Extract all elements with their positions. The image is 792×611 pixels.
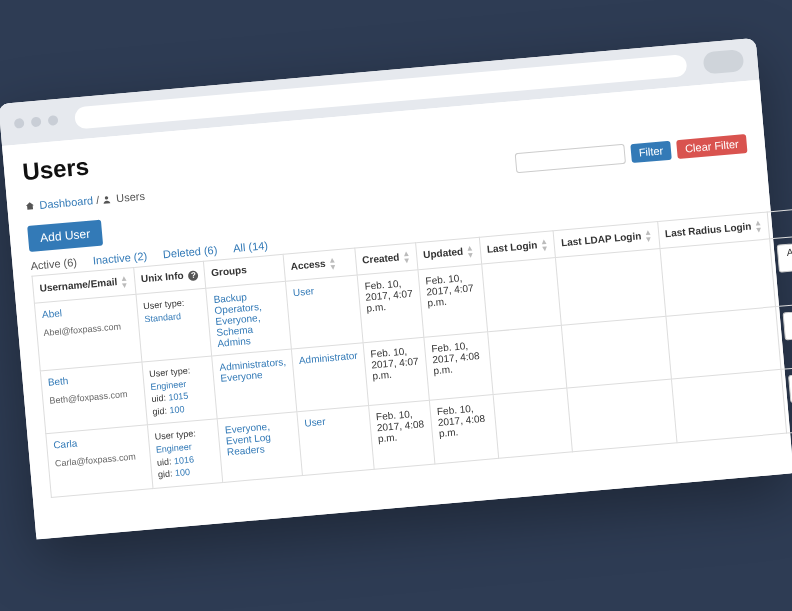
tab-all[interactable]: All (14): [233, 239, 269, 254]
window-dot-3: [48, 114, 59, 125]
browser-window: Users Dashboard / Users Filter Clear Fil…: [0, 37, 792, 538]
sort-icon: [644, 228, 653, 243]
groups-link[interactable]: Administrators, Everyone: [219, 356, 286, 384]
cell-username: AbelAbel@foxpass.com: [34, 294, 141, 371]
cell-access: Administrator: [291, 342, 368, 411]
user-email: Abel@foxpass.com: [43, 320, 132, 338]
actions-button[interactable]: Actions: [777, 240, 792, 272]
sort-icon: [402, 249, 411, 264]
cell-last-ldap: [562, 316, 671, 388]
cell-last-radius: [671, 369, 787, 442]
unix-type-link[interactable]: Engineer: [155, 441, 192, 454]
window-dot-2: [31, 116, 42, 127]
access-link[interactable]: Administrator: [298, 349, 358, 365]
help-icon[interactable]: ?: [188, 270, 199, 281]
window-dot-1: [14, 117, 25, 128]
tab-inactive[interactable]: Inactive (2): [92, 249, 147, 266]
cell-access: User: [285, 274, 363, 348]
unix-type-link[interactable]: Engineer: [150, 378, 187, 391]
sort-icon: [754, 219, 763, 234]
tab-deleted[interactable]: Deleted (6): [163, 243, 218, 260]
gid-link[interactable]: 100: [169, 403, 185, 414]
sort-icon: [120, 274, 129, 289]
breadcrumb-users: Users: [116, 189, 146, 203]
user-link[interactable]: Beth: [47, 369, 136, 388]
tab-active[interactable]: Active (6): [30, 255, 77, 271]
cell-groups: Backup Operators, Everyone, Schema Admin…: [206, 281, 291, 356]
actions-button[interactable]: Actions: [788, 371, 792, 403]
cell-groups: Everyone, Event Log Readers: [218, 412, 303, 482]
cell-unix: User type: Standard: [136, 288, 212, 362]
access-link[interactable]: User: [292, 285, 314, 298]
cell-username: CarlaCarla@foxpass.com: [46, 425, 153, 497]
cell-last-radius: [666, 306, 782, 379]
unix-type-link[interactable]: Standard: [144, 310, 181, 323]
cell-updated: Feb. 10, 2017, 4:07 p.m.: [418, 264, 488, 337]
gid-link[interactable]: 100: [175, 466, 191, 477]
sort-icon: [328, 256, 337, 271]
user-link[interactable]: Abel: [41, 301, 130, 320]
cell-updated: Feb. 10, 2017, 4:08 p.m.: [424, 331, 493, 400]
cell-last-ldap: [556, 248, 666, 325]
user-email: Beth@foxpass.com: [49, 388, 138, 406]
cell-username: BethBeth@foxpass.com: [40, 362, 147, 434]
cell-access: User: [297, 405, 374, 474]
uid-link[interactable]: 1016: [173, 454, 194, 466]
user-icon: [102, 194, 112, 204]
home-icon: [25, 201, 35, 211]
browser-action-button[interactable]: [703, 49, 745, 74]
svg-point-0: [105, 196, 109, 200]
breadcrumb: Dashboard / Users: [25, 189, 145, 211]
uid-link[interactable]: 1015: [168, 390, 189, 402]
cell-last-login: [493, 388, 573, 458]
cell-last-login: [488, 325, 568, 395]
groups-link[interactable]: Backup Operators, Everyone, Schema Admin…: [213, 291, 262, 349]
user-email: Carla@foxpass.com: [55, 451, 144, 469]
cell-updated: Feb. 10, 2017, 4:08 p.m.: [429, 394, 498, 463]
cell-created: Feb. 10, 2017, 4:07 p.m.: [357, 269, 424, 342]
sort-icon: [466, 244, 475, 259]
page-content: Users Dashboard / Users Filter Clear Fil…: [2, 79, 792, 538]
cell-unix: User type: Engineeruid: 1015gid: 100: [142, 355, 218, 424]
col-actions: [768, 206, 792, 238]
cell-unix: User type: Engineeruid: 1016gid: 100: [147, 419, 223, 488]
clear-filter-button[interactable]: Clear Filter: [676, 133, 747, 158]
cell-last-ldap: [567, 379, 676, 451]
sort-icon: [540, 237, 549, 252]
groups-link[interactable]: Everyone, Event Log Readers: [225, 421, 272, 458]
filter-button[interactable]: Filter: [630, 140, 672, 162]
filter-input[interactable]: [514, 143, 625, 173]
actions-button[interactable]: Actions: [783, 308, 792, 340]
access-link[interactable]: User: [304, 416, 326, 429]
add-user-button[interactable]: Add User: [27, 219, 103, 251]
user-link[interactable]: Carla: [53, 432, 142, 451]
cell-created: Feb. 10, 2017, 4:07 p.m.: [363, 337, 429, 405]
cell-last-radius: [660, 238, 776, 315]
breadcrumb-dashboard[interactable]: Dashboard: [39, 194, 94, 211]
cell-last-login: [482, 257, 562, 331]
cell-groups: Administrators, Everyone: [212, 349, 297, 419]
cell-created: Feb. 10, 2017, 4:08 p.m.: [369, 400, 435, 468]
